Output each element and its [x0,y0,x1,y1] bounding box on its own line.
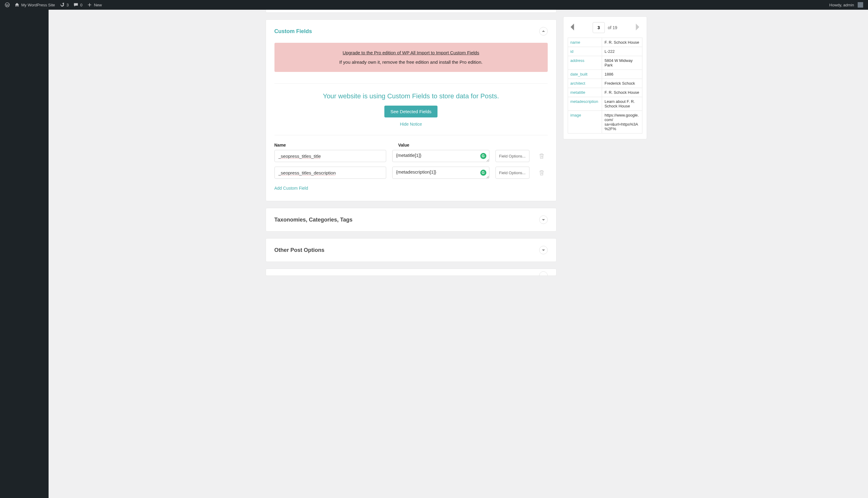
record-prev-button[interactable] [568,22,576,34]
record-key: image [568,111,602,133]
record-row[interactable]: idL-222 [568,47,642,56]
wp-logo[interactable] [2,0,12,10]
record-key: metatitle [568,88,602,97]
trash-icon [539,170,544,176]
add-custom-field-link[interactable]: Add Custom Field [274,186,308,191]
record-value: 1886 [602,70,642,79]
comments-count: 0 [80,3,82,7]
delete-field-button[interactable] [535,150,548,162]
taxonomies-head[interactable]: Taxonomies, Categories, Tags [266,208,556,231]
chevron-down-icon [542,248,545,252]
record-key: date_built [568,70,602,79]
expand-button[interactable] [539,215,548,224]
record-value: F. R. Schock House [602,88,642,97]
custom-field-row: G Field Options... [274,150,548,163]
howdy-text: Howdy, admin [829,3,854,7]
panel-title: Other Post Options [274,247,325,253]
record-value: 5804 W Midway Park [602,56,642,70]
hide-notice-link[interactable]: Hide Notice [274,122,548,127]
admin-bar: My WordPress Site 3 0 New Howdy, admin [0,0,868,10]
admin-sidebar [0,10,49,498]
chevron-up-icon [542,29,545,33]
record-key: name [568,38,602,47]
record-nav: of 19 [568,22,643,34]
custom-fields-panel: Custom Fields Upgrade to the Pro edition… [265,19,557,201]
record-value: L-222 [602,47,642,56]
see-detected-fields-button[interactable]: See Detected Fields [384,106,438,117]
record-row[interactable]: architectFrederick Schock [568,79,642,88]
expand-button[interactable] [539,271,548,276]
col-name-label: Name [274,143,392,147]
field-name-input[interactable] [274,150,386,162]
upgrade-subtext: If you already own it, remove the free e… [281,60,542,65]
record-row[interactable]: metadescriptionLearn about F. R. Schock … [568,97,642,111]
other-post-options-head[interactable]: Other Post Options [266,238,556,262]
previous-panel-slice [265,10,557,13]
field-value-textarea[interactable] [392,150,489,162]
detect-heading: Your website is using Custom Fields to s… [274,92,548,100]
panel-title: Custom Fields [274,28,312,35]
record-table: nameF. R. Schock HouseidL-222address5804… [568,38,643,133]
panel-title: Taxonomies, Categories, Tags [274,217,352,223]
user-avatar [858,2,863,8]
updates-link[interactable]: 3 [57,0,71,10]
comments-link[interactable]: 0 [71,0,85,10]
upgrade-link[interactable]: Upgrade to the Pro edition of WP All Imp… [281,50,542,55]
record-row[interactable]: address5804 W Midway Park [568,56,642,70]
trash-icon [539,153,544,159]
chevron-down-icon [542,218,545,222]
grammarly-icon: G [480,153,487,159]
next-panel-slice [265,268,557,276]
new-label: New [94,3,102,7]
site-home-link[interactable]: My WordPress Site [12,0,57,10]
custom-field-row: G Field Options... [274,167,548,180]
record-preview-panel: of 19 nameF. R. Schock HouseidL-222addre… [563,16,647,139]
chevron-right-icon [635,23,640,31]
record-row[interactable]: date_built1886 [568,70,642,79]
record-row[interactable]: imagehttps://www.google.com/ sa=i&url=ht… [568,111,642,133]
record-row[interactable]: nameF. R. Schock House [568,38,642,47]
howdy-link[interactable]: Howdy, admin [827,0,866,10]
field-name-input[interactable] [274,167,386,179]
comment-icon [74,2,78,7]
record-position-input[interactable] [593,22,605,33]
fields-header-row: Name Value [274,143,548,147]
record-row[interactable]: metatitleF. R. Schock House [568,88,642,97]
home-icon [15,2,20,7]
record-key: metadescription [568,97,602,111]
wordpress-icon [5,2,10,7]
custom-fields-head[interactable]: Custom Fields [266,20,556,43]
field-options-button[interactable]: Field Options... [495,150,530,162]
expand-button[interactable] [539,246,548,254]
record-total-label: of 19 [608,25,617,30]
col-value-label: Value [392,143,548,147]
plus-icon [87,2,92,7]
collapse-button[interactable] [539,27,548,36]
field-value-textarea[interactable] [392,167,489,179]
record-value: F. R. Schock House [602,38,642,47]
other-post-options-panel: Other Post Options [265,238,557,262]
detect-fields-notice: Your website is using Custom Fields to s… [274,83,548,135]
site-name: My WordPress Site [21,3,55,7]
record-value: Learn about F. R. Schock House [602,97,642,111]
record-key: architect [568,79,602,88]
delete-field-button[interactable] [535,167,548,179]
new-content-link[interactable]: New [85,0,104,10]
field-options-button[interactable]: Field Options... [495,167,530,179]
record-key: address [568,56,602,70]
taxonomies-panel: Taxonomies, Categories, Tags [265,208,557,232]
refresh-icon [60,2,65,7]
record-key: id [568,47,602,56]
record-next-button[interactable] [634,22,642,34]
record-value: Frederick Schock [602,79,642,88]
record-value: https://www.google.com/ sa=i&url=https%3… [602,111,642,133]
upgrade-notice: Upgrade to the Pro edition of WP All Imp… [274,43,548,72]
grammarly-icon: G [480,170,487,176]
chevron-left-icon [570,23,575,31]
updates-count: 3 [66,3,69,7]
